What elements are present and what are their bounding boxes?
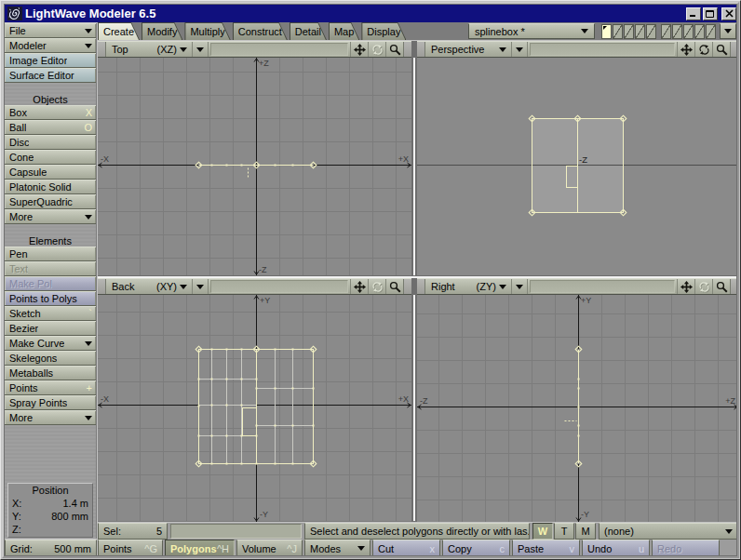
tab-detail[interactable]: Detail (290, 22, 327, 40)
minimize-button[interactable] (686, 7, 701, 20)
vmap-m-button[interactable]: M (575, 523, 596, 540)
pan-button[interactable] (677, 42, 694, 57)
sidebar-file-button[interactable]: File (5, 23, 96, 38)
tool-make-curve-button[interactable]: Make Curve (5, 336, 96, 351)
copy-button[interactable]: Copyc (442, 540, 510, 557)
tool-points-to-polys-button[interactable]: Points to Polys (5, 291, 96, 306)
maximize-button[interactable] (703, 7, 718, 20)
layer-8[interactable] (683, 24, 694, 39)
layer-3[interactable] (624, 24, 634, 39)
pan-icon (680, 281, 693, 293)
viewport-grip (730, 279, 738, 294)
viewport-canvas-persp[interactable]: -Z (417, 58, 738, 275)
viewport-grip (417, 279, 425, 294)
viewport-options-dropdown[interactable] (511, 42, 528, 57)
layer-bank-dropdown[interactable] (720, 23, 736, 39)
mode-points-button[interactable]: Points^G (98, 540, 163, 557)
tool-platonic-solid-button[interactable]: Platonic Solid (5, 180, 96, 194)
tool-cone-button[interactable]: Cone (5, 150, 96, 165)
viewport-type-dropdown[interactable]: Right(ZY) (425, 279, 511, 294)
tool-capsule-button[interactable]: Capsule (5, 165, 96, 180)
zoom-button[interactable] (385, 42, 403, 57)
minimize-icon (689, 9, 698, 18)
object-dropdown[interactable]: splinebox * (468, 23, 595, 39)
tool-make-pol-button: Make Pol (5, 276, 96, 291)
pan-button[interactable] (350, 279, 368, 294)
tool-disc-button[interactable]: Disc (5, 135, 96, 150)
close-button[interactable] (721, 7, 736, 20)
mode-polygons-button[interactable]: Polygons^H (165, 540, 235, 557)
undo-button[interactable]: Undou (582, 540, 650, 557)
tab-multiply[interactable]: Multiply (184, 22, 230, 40)
layer-10[interactable] (706, 24, 716, 39)
cut-button[interactable]: Cutx (372, 540, 440, 557)
svg-text:+Y: +Y (581, 296, 591, 305)
tab-modify[interactable]: Modify (141, 22, 182, 40)
title-bar[interactable]: LightWave Modeler 6.5 (5, 5, 738, 22)
shortcut-hint: + (87, 382, 92, 393)
layer-7[interactable] (672, 24, 682, 39)
zoom-button[interactable] (712, 279, 730, 294)
viewport-scene: +Y-Y-X+X (98, 295, 411, 522)
viewport-titlebar[interactable] (530, 280, 675, 293)
button-label: File (9, 25, 26, 36)
viewport-options-dropdown[interactable] (511, 279, 528, 294)
viewport-canvas-right[interactable]: +Y-Y-Z+Z (417, 295, 738, 522)
rotate-button[interactable] (694, 42, 712, 57)
button-label: More (9, 412, 33, 423)
sidebar-modeler-button[interactable]: Modeler (5, 38, 96, 53)
tool-sketch-button[interactable]: Sketch` (5, 306, 96, 321)
viewport-titlebar[interactable] (530, 43, 675, 56)
layer-6[interactable] (661, 24, 671, 39)
tool-points-button[interactable]: Points+ (5, 380, 96, 395)
viewport-titlebar[interactable] (210, 280, 348, 293)
chevron-down-icon (196, 285, 204, 289)
viewport-titlebar[interactable] (210, 43, 348, 56)
viewport-canvas-top[interactable]: +Z-Z-X+X (98, 58, 411, 275)
layer-2[interactable] (613, 24, 623, 39)
tool-pen-button[interactable]: Pen (5, 247, 96, 261)
sidebar-surface-editor-button[interactable]: Surface Editor (5, 68, 96, 83)
mode-volume-button[interactable]: Volume^J (236, 540, 303, 557)
pan-button[interactable] (350, 42, 368, 57)
tool-skelegons-button[interactable]: Skelegons (5, 351, 96, 366)
tool-box-button[interactable]: BoxX (5, 105, 96, 120)
bottom-toolbar: Points^GPolygons^HVolume^JModesCutxCopyc… (98, 540, 738, 557)
layer-4[interactable] (635, 24, 645, 39)
tool-spray-points-button[interactable]: Spray Points (5, 395, 96, 410)
layer-1[interactable] (601, 24, 612, 39)
layer-9[interactable] (694, 24, 705, 39)
vmap-dropdown[interactable]: (none) (599, 523, 738, 540)
tool-bezier-button[interactable]: Bezier (5, 321, 96, 336)
layer-5[interactable] (646, 24, 656, 39)
button-label: Points (9, 382, 38, 393)
button-label: Ball (9, 122, 26, 133)
sidebar-image-editor-button[interactable]: Image Editor (5, 53, 96, 68)
zoom-button[interactable] (712, 42, 730, 57)
zoom-button[interactable] (385, 279, 403, 294)
tab-map[interactable]: Map (329, 22, 359, 40)
pan-button[interactable] (677, 279, 694, 294)
close-icon (725, 9, 734, 18)
position-row: X:1.4 m (12, 497, 88, 510)
modes-dropdown[interactable]: Modes (304, 540, 370, 557)
tab-display[interactable]: Display (361, 22, 406, 40)
viewport-canvas-back[interactable]: +Y-Y-X+X (98, 295, 411, 522)
tab-create[interactable]: Create (98, 22, 140, 40)
tab-construct[interactable]: Construct (233, 22, 288, 40)
grid-size-box[interactable]: Grid: 500 mm (5, 540, 97, 557)
tool-superquadric-button[interactable]: SuperQuadric (5, 194, 96, 209)
tool-more-button[interactable]: More (5, 410, 96, 425)
vmap-w-button[interactable]: W (532, 523, 553, 540)
viewport-type-dropdown[interactable]: Perspective (425, 42, 511, 57)
tool-more-button[interactable]: More (5, 209, 96, 224)
tool-metaballs-button[interactable]: Metaballs (5, 366, 96, 380)
tool-ball-button[interactable]: BallO (5, 120, 96, 135)
viewport-type-dropdown[interactable]: Top(XZ) (106, 42, 192, 57)
viewport-options-dropdown[interactable] (192, 42, 209, 57)
viewport-type-dropdown[interactable]: Back(XY) (106, 279, 192, 294)
button-label: Copy (448, 543, 472, 554)
viewport-options-dropdown[interactable] (192, 279, 209, 294)
vmap-t-button[interactable]: T (554, 523, 574, 540)
paste-button[interactable]: Pastev (512, 540, 580, 557)
